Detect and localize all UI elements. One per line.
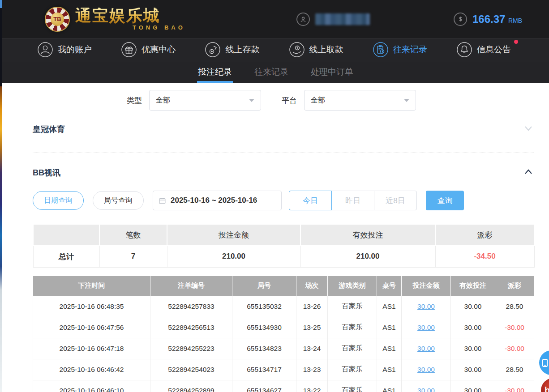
crown-sports-header[interactable]: 皇冠体育: [33, 123, 534, 136]
quick-range-group: 今日 昨日 近8日: [289, 191, 417, 210]
summary-total-bet: 210.00: [167, 246, 300, 267]
type-select[interactable]: 全部: [149, 90, 261, 111]
table-cell: 655135032: [232, 296, 296, 317]
dollar-icon: [454, 13, 467, 26]
site-logo[interactable]: TB 通宝娱乐城 TONG BAO: [45, 7, 185, 32]
summary-total-valid: 210.00: [300, 246, 435, 267]
bets-col-header: 下注时间: [33, 276, 150, 296]
bets-col-header: 派彩: [495, 276, 534, 296]
type-filter-label: 类型: [127, 95, 142, 106]
chip-tb-label: TB: [51, 13, 64, 26]
summary-header-empty: [33, 224, 99, 246]
bets-col-header: 场次: [296, 276, 328, 296]
table-cell: -30.00: [495, 338, 534, 359]
username-redacted: [315, 13, 370, 25]
table-cell: 522894254023: [150, 359, 232, 380]
table-cell: 30.00: [451, 359, 495, 380]
bb-video-title: BB视讯: [33, 167, 60, 178]
platform-select[interactable]: 全部: [304, 90, 416, 111]
nav-online-withdrawal[interactable]: 线上取款: [289, 42, 343, 58]
summary-total-row: 总计 7 210.00 210.00 -34.50: [33, 246, 534, 267]
logo-subtitle: TONG BAO: [75, 25, 185, 30]
summary-header-count: 笔数: [99, 224, 167, 246]
table-row: 2025-10-16 06:47:56522894256513655134930…: [33, 317, 534, 338]
chevron-down-icon[interactable]: [523, 123, 534, 136]
round-query-button[interactable]: 局号查询: [93, 191, 144, 210]
tab-pending-orders[interactable]: 处理中订单: [310, 61, 354, 83]
search-button[interactable]: 查询: [426, 191, 464, 210]
summary-header-payout: 派彩: [435, 224, 534, 246]
bets-table: 下注时间注单编号局号场次游戏类别桌号投注金额有效投注派彩 2025-10-16 …: [33, 276, 534, 392]
bet-amount-link[interactable]: 30.00: [402, 338, 451, 359]
table-cell: 13-25: [296, 317, 328, 338]
summary-header-bet: 投注金额: [167, 224, 300, 246]
content-area: 类型 全部 平台 全部 皇冠体育: [2, 83, 549, 392]
bets-col-header: 注单编号: [150, 276, 232, 296]
table-cell: 百家乐: [328, 380, 377, 392]
nav-online-deposit[interactable]: 线上存款: [205, 42, 259, 58]
top-header: TB 通宝娱乐城 TONG BAO: [2, 0, 549, 38]
table-row: 2025-10-16 06:47:18522894255223655134823…: [33, 338, 534, 359]
nav-my-account[interactable]: 我的账户: [37, 42, 92, 58]
table-cell: 655134717: [232, 359, 296, 380]
today-button[interactable]: 今日: [289, 191, 332, 210]
yesterday-button[interactable]: 昨日: [331, 191, 374, 210]
filter-row: 类型 全部 平台 全部: [33, 90, 534, 111]
bet-amount-link[interactable]: 30.00: [402, 380, 451, 392]
table-cell: 13-26: [296, 296, 328, 317]
platform-filter-label: 平台: [282, 95, 297, 106]
balance-currency: RMB: [508, 17, 522, 24]
balance-value: 166.37: [472, 13, 505, 25]
table-row: 2025-10-16 06:46:42522894254023655134717…: [33, 359, 534, 380]
table-cell: 522894257833: [150, 296, 232, 317]
table-cell: 百家乐: [328, 317, 377, 338]
summary-header-row: 笔数 投注金额 有效投注 派彩: [33, 224, 534, 246]
table-cell: 30.00: [451, 338, 495, 359]
table-cell: AS1: [377, 359, 402, 380]
summary-total-payout: -34.50: [435, 246, 534, 267]
bets-col-header: 有效投注: [451, 276, 495, 296]
main-nav: 我的账户 优惠中心 线上存款 线上取款: [2, 38, 549, 61]
table-cell: 522894256513: [150, 317, 232, 338]
chevron-up-icon[interactable]: [523, 166, 534, 179]
page: TB 通宝娱乐城 TONG BAO: [0, 0, 549, 392]
crown-sports-title: 皇冠体育: [33, 124, 65, 135]
table-cell: 28.50: [495, 359, 534, 380]
table-cell: 13-22: [296, 380, 328, 392]
date-range-value: 2025-10-16 ~ 2025-10-16: [171, 196, 257, 205]
table-cell: 2025-10-16 06:46:10: [33, 380, 150, 392]
table-cell: 30.00: [451, 380, 495, 392]
table-row: 2025-10-16 06:48:35522894257833655135032…: [33, 296, 534, 317]
last8days-button[interactable]: 近8日: [374, 191, 417, 210]
section-bb-video: BB视讯 日期查询 局号查询 2025-10-16 ~ 2025-10-16: [33, 166, 534, 392]
bet-amount-link[interactable]: 30.00: [402, 317, 451, 338]
gift-icon: [121, 42, 137, 58]
tab-bet-records[interactable]: 投注纪录: [197, 61, 233, 83]
tab-transaction-records[interactable]: 往来记录: [253, 61, 289, 83]
user-account[interactable]: [296, 0, 370, 38]
user-icon: [296, 13, 310, 26]
date-range-input[interactable]: 2025-10-16 ~ 2025-10-16: [153, 191, 282, 210]
chevron-down-icon: [404, 99, 409, 102]
table-cell: 655134930: [232, 317, 296, 338]
records-icon: [373, 42, 389, 58]
bets-col-header: 局号: [232, 276, 296, 296]
nav-transaction-records[interactable]: 往来记录: [373, 42, 427, 58]
balance[interactable]: 166.37 RMB: [454, 0, 522, 38]
date-query-button[interactable]: 日期查询: [33, 191, 84, 210]
bet-amount-link[interactable]: 30.00: [402, 296, 451, 317]
bets-col-header: 游戏类别: [328, 276, 377, 296]
table-cell: 2025-10-16 06:47:18: [33, 338, 150, 359]
table-cell: 655134823: [232, 338, 296, 359]
notification-dot: [514, 40, 518, 44]
calendar-icon: [159, 197, 166, 205]
bell-icon: [456, 42, 472, 58]
bet-amount-link[interactable]: 30.00: [402, 359, 451, 380]
table-cell: 522894252899: [150, 380, 232, 392]
table-cell: AS1: [377, 296, 402, 317]
bb-video-header[interactable]: BB视讯: [33, 166, 534, 179]
table-cell: AS1: [377, 338, 402, 359]
nav-announcements[interactable]: 信息公告: [456, 42, 511, 58]
nav-promotions[interactable]: 优惠中心: [121, 42, 176, 58]
table-cell: 13-23: [296, 359, 328, 380]
